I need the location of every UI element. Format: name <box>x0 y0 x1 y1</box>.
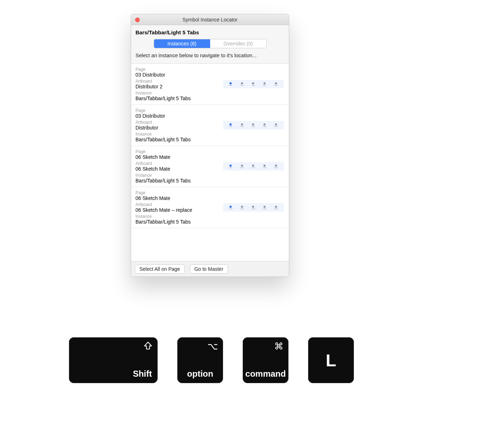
artboard-value: Distributor <box>135 125 222 131</box>
command-icon: ⌘ <box>274 341 283 352</box>
instance-list[interactable]: Page 03 Distributor Artboard Distributor… <box>131 64 289 261</box>
artboard-label: Artboard <box>135 79 222 84</box>
instance-label: Instance <box>135 214 222 219</box>
artboard-label: Artboard <box>135 161 222 166</box>
page-label: Page <box>135 190 222 195</box>
l-key-label: L <box>308 337 354 383</box>
symbol-name: Bars/Tabbar/Light 5 Tabs <box>135 29 285 35</box>
list-item[interactable]: Page 03 Distributor Artboard Distributor… <box>131 64 289 105</box>
header: Bars/Tabbar/Light 5 Tabs Instances (8) O… <box>131 25 289 64</box>
instance-preview: Label Label Label Label Label <box>222 190 285 225</box>
page-value: 03 Distributor <box>135 72 222 78</box>
shift-icon <box>143 341 153 353</box>
command-key-label: command <box>243 369 288 379</box>
footer: Select All on Page Go to Master <box>131 261 289 277</box>
tabbar-icon: Label Label Label Label Label <box>223 162 284 171</box>
tabbar-icon: Label Label Label Label Label <box>223 121 284 129</box>
option-icon: ⌥ <box>207 341 218 352</box>
select-all-on-page-button[interactable]: Select All on Page <box>135 264 185 274</box>
list-item[interactable]: Page 03 Distributor Artboard Distributor… <box>131 105 289 146</box>
artboard-label: Artboard <box>135 202 222 207</box>
artboard-label: Artboard <box>135 120 222 125</box>
artboard-value: 06 Sketch Mate – replace <box>135 207 222 213</box>
shift-key-label: Shift <box>133 369 152 379</box>
tabbar-icon: Label Label Label Label Label <box>223 80 284 88</box>
segmented-control: Instances (8) Overrides (0) <box>154 39 267 48</box>
command-key: ⌘ command <box>243 337 288 383</box>
page-label: Page <box>135 67 222 72</box>
tabbar-icon: Label Label Label Label Label <box>223 203 284 212</box>
list-item[interactable]: Page 06 Sketch Mate Artboard 06 Sketch M… <box>131 187 289 228</box>
list-item-content: Page 06 Sketch Mate Artboard 06 Sketch M… <box>135 190 222 225</box>
list-item-content: Page 03 Distributor Artboard Distributor… <box>135 108 222 142</box>
list-item-content: Page 03 Distributor Artboard Distributor… <box>135 67 222 101</box>
page-value: 03 Distributor <box>135 113 222 119</box>
l-key: L <box>308 337 354 383</box>
instance-preview: Label Label Label Label Label <box>222 108 285 142</box>
instance-label: Instance <box>135 132 222 137</box>
list-item-content: Page 06 Sketch Mate Artboard 06 Sketch M… <box>135 149 222 184</box>
instance-value: Bars/Tabbar/Light 5 Tabs <box>135 219 222 225</box>
instruction-text: Select an instance below to navigate to … <box>135 53 285 58</box>
keyboard-shortcut: Shift ⌥ option ⌘ command L <box>69 337 354 383</box>
instance-value: Bars/Tabbar/Light 5 Tabs <box>135 137 222 142</box>
instance-preview: Label Label Label Label Label <box>222 67 285 101</box>
option-key: ⌥ option <box>177 337 223 383</box>
symbol-instance-locator-window: Symbol Instance Locator Bars/Tabbar/Ligh… <box>131 14 289 277</box>
instance-value: Bars/Tabbar/Light 5 Tabs <box>135 96 222 101</box>
page-label: Page <box>135 108 222 113</box>
instance-label: Instance <box>135 173 222 178</box>
page-value: 06 Sketch Mate <box>135 154 222 160</box>
tab-instances[interactable]: Instances (8) <box>154 39 210 48</box>
artboard-value: Distributor 2 <box>135 84 222 89</box>
shift-key: Shift <box>69 337 158 383</box>
titlebar: Symbol Instance Locator <box>131 14 289 25</box>
instance-value: Bars/Tabbar/Light 5 Tabs <box>135 178 222 184</box>
tab-overrides[interactable]: Overrides (0) <box>210 39 266 48</box>
close-icon[interactable] <box>135 18 140 22</box>
list-item[interactable]: Page 06 Sketch Mate Artboard 06 Sketch M… <box>131 146 289 187</box>
page-value: 06 Sketch Mate <box>135 195 222 201</box>
instance-label: Instance <box>135 91 222 96</box>
window-title: Symbol Instance Locator <box>131 17 289 23</box>
page-label: Page <box>135 149 222 154</box>
go-to-master-button[interactable]: Go to Master <box>190 264 228 274</box>
option-key-label: option <box>177 369 223 379</box>
instance-preview: Label Label Label Label Label <box>222 149 285 184</box>
artboard-value: 06 Sketch Mate <box>135 166 222 172</box>
